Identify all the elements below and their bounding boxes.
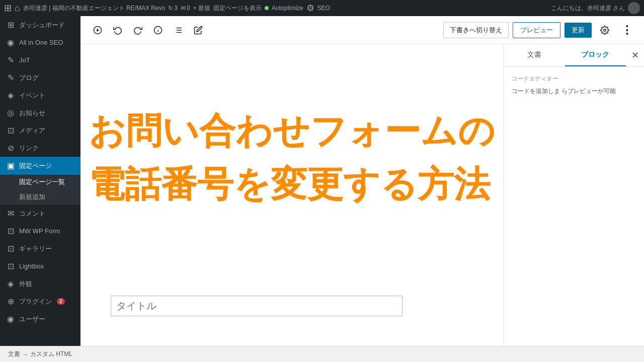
sidebar-item-label: リンク	[19, 144, 39, 153]
right-panel: 文書 ブロック ✕ コードエディター コードを追加しま らプレビューが可能	[503, 44, 644, 362]
sidebar-item-label: 外観	[19, 280, 32, 289]
admin-bar-left: ⊞ ⌂ 赤司達彦 | 福岡の不動産エージェント RE/MAX Revo ↻3 ✉…	[4, 3, 548, 14]
panel-close-button[interactable]: ✕	[626, 46, 644, 64]
lightbox-icon: ⊡	[6, 261, 15, 271]
featured-image-overlay: お問い合わせフォームの 電話番号を変更する方法	[80, 44, 503, 260]
sidebar-item-fixedpage[interactable]: ▣ 固定ページ	[0, 157, 80, 174]
right-panel-header: 文書 ブロック ✕	[504, 44, 644, 67]
autoptimize-link[interactable]: Autoptimize	[272, 5, 303, 12]
featured-title-line2: 電話番号を変更する方法	[89, 162, 495, 206]
sidebar-item-label: 固定ページ	[19, 161, 52, 170]
seo-settings-icon[interactable]: ⚙	[306, 3, 314, 14]
autoptimize-status-dot	[265, 6, 269, 10]
sidebar-item-comment[interactable]: ✉ コメント	[0, 205, 80, 222]
sidebar-item-media[interactable]: ⊡ メディア	[0, 122, 80, 139]
jot-icon: ✎	[6, 55, 15, 65]
edit-button[interactable]	[189, 21, 207, 39]
mwwpform-icon: ⊡	[6, 226, 15, 236]
tab-document[interactable]: 文書	[504, 44, 565, 66]
admin-bar-right: こんにちは、赤司達彦 さん	[551, 2, 640, 14]
sidebar-item-label: ギャラリー	[19, 244, 52, 253]
sidebar-item-label: ブログ	[19, 73, 39, 82]
sidebar-item-dashboard[interactable]: ⊞ ダッシュボード	[0, 16, 80, 34]
view-page-link[interactable]: 固定ページを表示	[213, 4, 262, 13]
comment-count[interactable]: ✉0	[181, 5, 190, 12]
list-view-button[interactable]	[169, 21, 187, 39]
sidebar-item-notice[interactable]: ◎ お知らせ	[0, 104, 80, 122]
sidebar-item-mwwpform[interactable]: ⊡ MW WP Form	[0, 222, 80, 240]
info-button[interactable]	[149, 21, 167, 39]
sidebar-item-lightbox[interactable]: ⊡ Lightbox	[0, 257, 80, 275]
link-icon: ⊘	[6, 143, 15, 153]
admin-bar: ⊞ ⌂ 赤司達彦 | 福岡の不動産エージェント RE/MAX Revo ↻3 ✉…	[0, 0, 644, 16]
redo-button[interactable]	[129, 21, 147, 39]
plugins-icon: ⊕	[6, 297, 15, 306]
undo-button[interactable]	[109, 21, 127, 39]
settings-button[interactable]	[596, 21, 614, 39]
sidebar-item-label: ユーザー	[19, 315, 45, 324]
tab-block[interactable]: ブロック	[565, 44, 626, 66]
sidebar-item-label: メディア	[19, 126, 45, 135]
site-link[interactable]: 赤司達彦 | 福岡の不動産エージェント RE/MAX Revo	[23, 4, 165, 13]
sidebar-item-label: お知らせ	[19, 109, 45, 118]
panel-info-text: コードを追加しま らプレビューが可能	[512, 86, 636, 96]
sidebar-item-label: ダッシュボード	[19, 21, 65, 30]
editor-main[interactable]: お問い合わせフォームの 電話番号を変更する方法 文章を入力、または / でブロッ…	[80, 44, 503, 362]
more-options-button[interactable]: ⋮	[618, 21, 636, 39]
allinoneseo-icon: ◉	[6, 38, 15, 47]
comment-icon: ✉	[6, 209, 15, 218]
sidebar: ⊞ ダッシュボード ◉ All in One SEO ✎ JoT ✎ ブログ ◈…	[0, 16, 80, 362]
event-icon: ◈	[6, 90, 15, 100]
editor-toolbar-right: 下書きへ切り替え プレビュー 更新 ⋮	[443, 21, 636, 39]
editor-content: お問い合わせフォームの 電話番号を変更する方法 文章を入力、または / でブロッ…	[80, 44, 644, 362]
sidebar-item-label: イベント	[19, 91, 45, 100]
home-icon[interactable]: ⌂	[15, 3, 20, 14]
gallery-icon: ⊡	[6, 244, 15, 253]
notice-icon: ◎	[6, 108, 15, 118]
sidebar-item-blog[interactable]: ✎ ブログ	[0, 69, 80, 86]
sidebar-item-plugins[interactable]: ⊕ プラグイン 2	[0, 293, 80, 310]
appearance-icon: ◈	[6, 279, 15, 289]
svg-point-12	[604, 29, 606, 31]
fixedpage-icon: ▣	[6, 161, 15, 170]
main-layout: ⊞ ダッシュボード ◉ All in One SEO ✎ JoT ✎ ブログ ◈…	[0, 16, 644, 362]
dashboard-icon: ⊞	[6, 20, 15, 30]
sidebar-submenu-fixedpage: 固定ページ一覧 新規追加	[0, 174, 80, 205]
sidebar-item-appearance[interactable]: ◈ 外観	[0, 275, 80, 293]
title-input[interactable]	[111, 296, 403, 316]
sidebar-item-event[interactable]: ◈ イベント	[0, 86, 80, 104]
seo-link[interactable]: SEO	[317, 5, 330, 12]
greeting-text: こんにちは、赤司達彦 さん	[551, 4, 625, 13]
sidebar-item-link[interactable]: ⊘ リンク	[0, 139, 80, 157]
new-link[interactable]: + 新規	[193, 4, 210, 13]
editor-toolbar: 下書きへ切り替え プレビュー 更新 ⋮	[80, 16, 644, 44]
panel-section-title: コードエディター	[512, 75, 636, 82]
update-count[interactable]: ↻3	[168, 5, 178, 12]
sidebar-item-allinoneseo[interactable]: ◉ All in One SEO	[0, 34, 80, 51]
sidebar-item-label: コメント	[19, 209, 45, 218]
title-section	[111, 296, 473, 316]
sidebar-item-jot[interactable]: ✎ JoT	[0, 51, 80, 69]
sidebar-item-label: MW WP Form	[19, 227, 60, 235]
plugins-badge: 2	[57, 298, 65, 305]
preview-button[interactable]: プレビュー	[513, 22, 560, 38]
sidebar-item-users[interactable]: ◉ ユーザー	[0, 310, 80, 328]
featured-title-line1: お問い合わせフォームの	[89, 109, 495, 152]
blog-icon: ✎	[6, 73, 15, 82]
save-draft-button[interactable]: 下書きへ切り替え	[443, 22, 509, 38]
add-block-button[interactable]	[89, 21, 107, 39]
sidebar-subitem-fixedpage-new[interactable]: 新規追加	[0, 190, 80, 205]
sidebar-item-label: All in One SEO	[19, 39, 63, 46]
sidebar-subitem-fixedpage-list[interactable]: 固定ページ一覧	[0, 174, 80, 190]
users-icon: ◉	[6, 314, 15, 324]
editor-toolbar-left	[89, 21, 441, 39]
update-button[interactable]: 更新	[565, 23, 592, 38]
media-icon: ⊡	[6, 126, 15, 135]
sidebar-item-label: Lightbox	[19, 262, 44, 270]
sidebar-item-gallery[interactable]: ⊡ ギャラリー	[0, 240, 80, 257]
wp-logo-icon[interactable]: ⊞	[4, 3, 12, 14]
sidebar-item-label: JoT	[19, 56, 30, 64]
avatar	[628, 2, 640, 14]
right-panel-content: コードエディター コードを追加しま らプレビューが可能	[504, 67, 644, 362]
breadcrumb-footer: 文書 → カスタム HTML	[80, 346, 644, 362]
